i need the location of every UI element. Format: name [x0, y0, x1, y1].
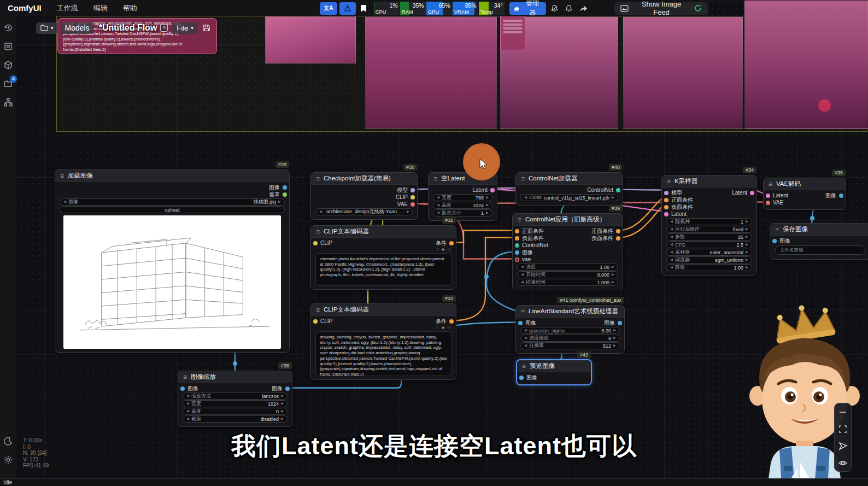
node-input-latent[interactable]: Latent [764, 192, 788, 198]
port-dot[interactable] [664, 212, 668, 216]
node-output-image[interactable]: 图像 [269, 184, 289, 191]
port-dot[interactable] [410, 202, 415, 207]
node-output-model[interactable]: 模型 [397, 186, 417, 194]
node-widget[interactable]: ◀宽度788▶ [433, 194, 492, 201]
node-header[interactable]: ≡CLIP文本编码器 [311, 226, 456, 238]
node-header[interactable]: ≡VAE解码 [764, 178, 846, 190]
port-dot[interactable] [616, 229, 620, 233]
node-header[interactable]: ≡保存图像 [770, 224, 868, 236]
port-dot[interactable] [515, 250, 519, 255]
node-output-vae[interactable]: VAE [397, 201, 417, 207]
port-dot[interactable] [616, 188, 620, 192]
node-header[interactable]: ≡Checkpoint加载器(简易) [311, 173, 417, 185]
translate-button[interactable]: 文A [320, 2, 337, 15]
node-input-image[interactable]: 图像 [513, 249, 533, 256]
port-dot[interactable] [772, 239, 777, 243]
node-output-conditioning[interactable]: 正面条件 [591, 227, 623, 235]
node-clip-encode-positive[interactable]: #31≡CLIP文本编码器CLIP条件○◉◁cinematic photo An… [310, 225, 456, 290]
node-header[interactable]: ≡加载图像 [55, 170, 289, 182]
bell-button[interactable] [562, 2, 575, 15]
node-output-latent[interactable]: Latent [472, 187, 497, 193]
port-dot[interactable] [766, 194, 770, 198]
node-widget[interactable]: ◀宽度1024▶ [183, 400, 288, 407]
workflow-tab-title[interactable]: *Untitled Flow [99, 23, 157, 33]
node-header[interactable]: ≡LineArtStandard艺术线预处理器 [516, 306, 624, 318]
node-apply-controlnet[interactable]: #39≡ControlNet应用（旧版高级）正面条件正面条件负面条件负面条件Co… [512, 213, 623, 290]
node-widget[interactable]: ◀调度器sgm_uniform▶ [666, 256, 752, 264]
port-dot[interactable] [664, 198, 668, 202]
node-header[interactable]: ≡CLIP文本编码器 [311, 304, 456, 316]
node-widget[interactable]: ◀强度1.00▶ [517, 264, 618, 271]
node-input-image[interactable]: 图像 [517, 374, 537, 382]
node-button[interactable]: upload [60, 206, 285, 213]
port-dot[interactable] [180, 387, 185, 391]
node-input-vae[interactable]: vae [513, 256, 531, 262]
node-widget[interactable]: ◀图像线稿图.jpg▶ [60, 198, 285, 206]
port-dot[interactable] [283, 192, 287, 197]
node-save-image[interactable]: ≡保存图像图像文件名前缀 [770, 223, 868, 260]
collapsed-node[interactable] [500, 15, 525, 50]
port-dot[interactable] [410, 188, 415, 192]
bookmark-button[interactable] [358, 2, 369, 15]
port-dot[interactable] [283, 185, 287, 190]
node-lineart-preprocessor[interactable]: #41 comfyui_controlnet_aux≡LineArtStanda… [515, 305, 625, 354]
node-input-conditioning[interactable]: 正面条件 [513, 227, 544, 235]
node-checkpoint-loader[interactable]: #30≡Checkpoint加载器(简易)模型CLIPVAE◀Checkpoin… [310, 172, 418, 220]
file-menu-button[interactable]: File ▾ [172, 22, 197, 34]
node-widget[interactable]: ◀步数25▶ [666, 233, 752, 241]
node-clip-encode-negative[interactable]: #32≡CLIP文本编码器CLIP条件○◉◁drawing, painting,… [310, 303, 456, 380]
node-widget[interactable]: ◀随机种1▶ [666, 218, 752, 225]
port-dot[interactable] [618, 321, 622, 325]
port-dot[interactable] [664, 191, 668, 195]
port-dot[interactable] [750, 191, 754, 195]
theme-toggle-icon[interactable] [3, 436, 14, 447]
node-widget[interactable]: ◀批次大小1▶ [433, 209, 492, 216]
model-library-icon[interactable] [3, 60, 14, 71]
port-dot[interactable] [515, 236, 519, 241]
node-output-clip[interactable]: CLIP [396, 194, 417, 200]
node-widget[interactable]: ◀缩放方法lanczos▶ [183, 393, 288, 400]
node-input-latent[interactable]: Latent [662, 211, 687, 217]
node-widget[interactable]: ◀高度0▶ [183, 408, 288, 415]
port-dot[interactable] [664, 205, 668, 209]
node-input-model[interactable]: 模型 [662, 189, 682, 197]
port-dot[interactable] [490, 188, 495, 192]
theme-logo-button[interactable] [339, 2, 356, 15]
port-dot[interactable] [515, 229, 519, 233]
filename-prefix-field[interactable]: 文件名前缀 [775, 245, 865, 255]
node-widget[interactable]: ◀高度1024▶ [433, 202, 492, 209]
node-widget[interactable]: ◀采样器euler_ancestral▶ [666, 249, 752, 256]
media-assets-icon[interactable]: 4 [3, 78, 14, 89]
node-input-conditioning[interactable]: 负面条件 [662, 203, 693, 211]
port-dot[interactable] [410, 195, 415, 200]
node-output-image[interactable]: 图像 [272, 385, 292, 393]
manager-button[interactable]: 管理器 [509, 2, 546, 15]
port-dot[interactable] [515, 243, 519, 248]
port-dot[interactable] [449, 319, 454, 324]
node-controlnet-loader[interactable]: #40≡ControlNet加载器ControlNet◀ControlNet名称… [515, 172, 623, 206]
port-dot[interactable] [449, 241, 454, 245]
node-widget[interactable]: ◀裁剪disabled▶ [183, 415, 288, 423]
prompt-text[interactable]: drawing, painting, crayon, sketch, graph… [315, 331, 451, 376]
node-header[interactable]: ≡ControlNet加载器 [516, 173, 623, 185]
port-dot[interactable] [313, 241, 318, 245]
node-load-image[interactable]: #29≡加载图像图像遮罩◀图像线稿图.jpg▶upload [55, 169, 290, 353]
menu-edit[interactable]: 编辑 [93, 3, 108, 13]
node-widget[interactable]: ◀强度阈值8▶ [520, 335, 620, 342]
node-output-mask[interactable]: 遮罩 [269, 191, 289, 198]
node-widget[interactable]: ◀分辨率512▶ [520, 342, 620, 349]
save-workflow-button[interactable] [201, 22, 213, 34]
port-dot[interactable] [285, 387, 290, 391]
node-input-image[interactable]: 图像 [516, 319, 536, 327]
close-tab-icon[interactable]: × [160, 24, 168, 32]
node-input-conditioning[interactable]: 负面条件 [513, 235, 544, 242]
node-input-clip[interactable]: CLIP [311, 318, 332, 324]
share-button[interactable] [577, 2, 590, 15]
node-ksampler[interactable]: #34≡K采样器模型Latent正面条件负面条件Latent◀随机种1▶◀运行后… [661, 175, 757, 276]
node-preview-image[interactable]: #42≡预览图像图像 [517, 360, 591, 385]
node-input-image[interactable]: 图像 [178, 385, 198, 393]
port-dot[interactable] [515, 257, 519, 262]
bell-muted-button[interactable] [548, 2, 561, 15]
node-widget[interactable]: ◀开始时间0.000▶ [517, 271, 618, 278]
node-widget[interactable]: ◀Checkpoint名称architecutre_design元线稿-Yuan… [315, 208, 413, 215]
